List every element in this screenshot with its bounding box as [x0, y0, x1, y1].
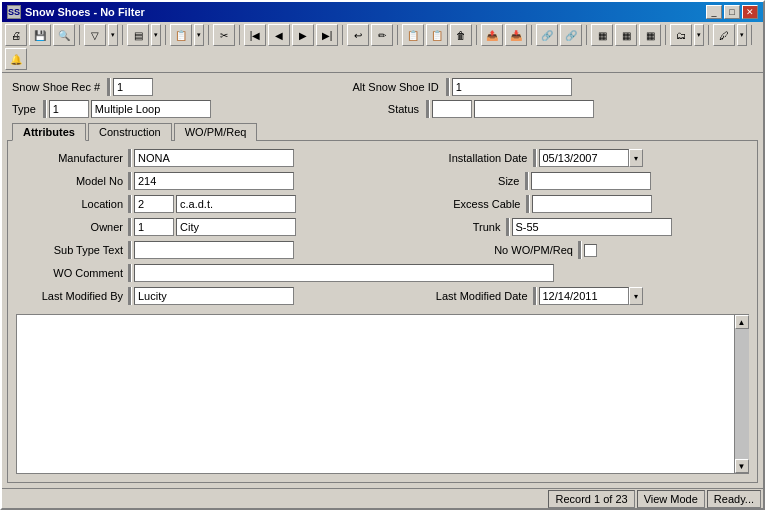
nowo-sep — [578, 241, 582, 259]
maximize-button[interactable]: □ — [724, 5, 740, 19]
copy-button[interactable]: 📋 — [402, 24, 424, 46]
last-modified-date-arrow[interactable]: ▾ — [629, 287, 643, 305]
installation-date-input[interactable] — [539, 149, 629, 167]
minimize-button[interactable]: _ — [706, 5, 722, 19]
cut-button[interactable]: ✂ — [213, 24, 235, 46]
nav-last[interactable]: ▶| — [316, 24, 338, 46]
chart1-button[interactable]: ▦ — [591, 24, 613, 46]
status-value-input[interactable] — [474, 100, 594, 118]
type-status-row: Type Status — [7, 100, 758, 118]
window-title: Snow Shoes - No Filter — [25, 6, 145, 18]
tab-wo-pm-req[interactable]: WO/PM/Req — [174, 123, 258, 141]
location-label: Location — [16, 198, 126, 210]
rec-input[interactable] — [113, 78, 153, 96]
pen-arrow[interactable]: ▾ — [737, 24, 747, 46]
status-label: Status — [383, 101, 424, 117]
chart2-button[interactable]: ▦ — [615, 24, 637, 46]
tab-bar: Attributes Construction WO/PM/Req — [12, 122, 758, 140]
scroll-up[interactable]: ▲ — [735, 315, 749, 329]
folder-button[interactable]: 🗂 — [670, 24, 692, 46]
last-modified-by-label: Last Modified By — [16, 290, 126, 302]
filter-arrow[interactable]: ▾ — [108, 24, 118, 46]
scroll-down[interactable]: ▼ — [735, 459, 749, 473]
no-wo-checkbox[interactable] — [584, 244, 597, 257]
tab-construction[interactable]: Construction — [88, 123, 172, 141]
sub-sep — [128, 241, 132, 259]
link1-button[interactable]: 🔗 — [536, 24, 558, 46]
layout-button[interactable]: ▤ — [127, 24, 149, 46]
notes-area[interactable]: ▲ ▼ — [16, 314, 749, 474]
toolbar-separator-12 — [708, 25, 709, 45]
type-code-input[interactable] — [49, 100, 89, 118]
location-value-input[interactable] — [176, 195, 296, 213]
no-wo-label: No WO/PM/Req — [466, 244, 576, 256]
exc-sep — [526, 195, 530, 213]
form-row-4: Owner Trunk — [16, 218, 749, 236]
view-arrow[interactable]: ▾ — [194, 24, 204, 46]
print-button[interactable]: 🖨 — [5, 24, 27, 46]
layout-arrow[interactable]: ▾ — [151, 24, 161, 46]
form-row-6: WO Comment — [16, 264, 749, 282]
installation-date-wrap: ▾ — [539, 149, 643, 167]
wo-comment-input[interactable] — [134, 264, 554, 282]
lmd-sep — [533, 287, 537, 305]
trunk-input[interactable] — [512, 218, 672, 236]
owner-code-input[interactable] — [134, 218, 174, 236]
manufacturer-label: Manufacturer — [16, 152, 126, 164]
folder-arrow[interactable]: ▾ — [694, 24, 704, 46]
delete-button[interactable]: 🗑 — [450, 24, 472, 46]
form-row-3: Location Excess Cable — [16, 195, 749, 213]
filter-button[interactable]: ▽ — [84, 24, 106, 46]
manufacturer-field: Manufacturer — [16, 149, 294, 167]
view-button[interactable]: 📋 — [170, 24, 192, 46]
close-button[interactable]: ✕ — [742, 5, 758, 19]
title-bar: SS Snow Shoes - No Filter _ □ ✕ — [2, 2, 763, 22]
type-field-group: Type — [7, 100, 211, 118]
last-modified-date-input[interactable] — [539, 287, 629, 305]
nav-first[interactable]: |◀ — [244, 24, 266, 46]
inst-sep — [533, 149, 537, 167]
paste-button[interactable]: 📋 — [426, 24, 448, 46]
alt-label: Alt Snow Shoe ID — [347, 79, 443, 95]
save-button[interactable]: 💾 — [29, 24, 51, 46]
import-button[interactable]: 📥 — [505, 24, 527, 46]
search-button[interactable]: 🔍 — [53, 24, 75, 46]
edit-button[interactable]: ✏ — [371, 24, 393, 46]
sub-type-input[interactable] — [134, 241, 294, 259]
status-code-input[interactable] — [432, 100, 472, 118]
model-no-input[interactable] — [134, 172, 294, 190]
last-modified-by-input[interactable] — [134, 287, 294, 305]
toolbar-separator-2 — [122, 25, 123, 45]
scrollbar-vertical[interactable]: ▲ ▼ — [734, 315, 748, 473]
title-buttons: _ □ ✕ — [706, 5, 758, 19]
installation-date-label: Installation Date — [421, 152, 531, 164]
type-value-input[interactable] — [91, 100, 211, 118]
installation-date-arrow[interactable]: ▾ — [629, 149, 643, 167]
status-field-group: Status — [383, 100, 594, 118]
alt-input[interactable] — [452, 78, 572, 96]
location-code-input[interactable] — [134, 195, 174, 213]
loc-sep — [128, 195, 132, 213]
chart3-button[interactable]: ▦ — [639, 24, 661, 46]
excess-cable-input[interactable] — [532, 195, 652, 213]
tabs-section: Attributes Construction WO/PM/Req Manufa… — [7, 122, 758, 483]
undo-button[interactable]: ↩ — [347, 24, 369, 46]
toolbar-separator-10 — [586, 25, 587, 45]
pen-button[interactable]: 🖊 — [713, 24, 735, 46]
owner-value-input[interactable] — [176, 218, 296, 236]
manufacturer-input[interactable] — [134, 149, 294, 167]
status-bar: Record 1 of 23 View Mode Ready... — [2, 488, 763, 508]
form-row-7: Last Modified By Last Modified Date ▾ — [16, 287, 749, 305]
size-input[interactable] — [531, 172, 651, 190]
alert-button[interactable]: 🔔 — [5, 48, 27, 70]
nav-next[interactable]: ▶ — [292, 24, 314, 46]
nav-prev[interactable]: ◀ — [268, 24, 290, 46]
toolbar-separator-4 — [208, 25, 209, 45]
window-icon: SS — [7, 5, 21, 19]
tab-attributes[interactable]: Attributes — [12, 123, 86, 141]
link2-button[interactable]: 🔗 — [560, 24, 582, 46]
form-row-2: Model No Size — [16, 172, 749, 190]
owner-sep — [128, 218, 132, 236]
export-button[interactable]: 📤 — [481, 24, 503, 46]
alt-separator — [446, 78, 450, 96]
